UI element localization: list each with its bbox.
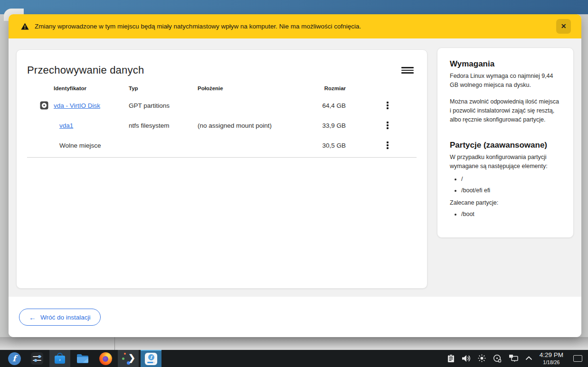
firefox-button[interactable] bbox=[95, 350, 116, 367]
partition-location: (no assigned mount point) bbox=[198, 122, 302, 129]
list-item: /boot/efi efi bbox=[461, 187, 561, 194]
volume-icon[interactable] bbox=[462, 355, 471, 362]
shopping-bag-icon: › bbox=[55, 353, 65, 364]
anaconda-installer-button[interactable]: f bbox=[141, 350, 161, 367]
fedora-menu-button[interactable]: f bbox=[4, 350, 25, 367]
table-row: Wolne miejsce 30,5 GB bbox=[17, 135, 427, 155]
free-space-label: Wolne miejsce bbox=[54, 142, 129, 149]
desktop-strip bbox=[0, 337, 588, 350]
warning-banner: Zmiany wprowadzone w tym miejscu będą mi… bbox=[9, 14, 581, 38]
col-location: Położenie bbox=[198, 85, 302, 91]
installer-header-strip bbox=[0, 0, 588, 14]
clipboard-icon[interactable] bbox=[447, 354, 455, 363]
storage-editor-dialog: Zmiany wprowadzone w tym miejscu będą mi… bbox=[9, 14, 581, 337]
display-layout-icon[interactable] bbox=[509, 354, 518, 362]
hard-disk-icon bbox=[39, 101, 49, 110]
disk-type: GPT partitions bbox=[129, 102, 198, 109]
col-size: Rozmiar bbox=[302, 85, 346, 91]
disk-link[interactable]: vda - VirtIO Disk bbox=[54, 102, 129, 109]
arrow-left-icon: ← bbox=[29, 314, 36, 321]
partition-type: ntfs filesystem bbox=[129, 122, 198, 129]
partition-size: 33,9 GB bbox=[302, 122, 346, 129]
file-manager-button[interactable] bbox=[72, 350, 93, 367]
disk-size: 64,4 GB bbox=[302, 102, 346, 109]
banner-close-button[interactable]: ✕ bbox=[556, 19, 571, 34]
partitions-intro: W przypadku konfigurowania partycji wyma… bbox=[450, 153, 561, 171]
page-title: Przechowywanie danych bbox=[27, 64, 144, 76]
row-kebab-menu[interactable] bbox=[382, 99, 393, 112]
chevron-up-icon[interactable] bbox=[525, 356, 532, 360]
required-partitions-list: / /boot/efi efi bbox=[461, 176, 561, 194]
storage-card: Przechowywanie danych Identyfikator Typ … bbox=[16, 49, 427, 289]
clock-date: 1/18/26 bbox=[543, 359, 560, 365]
dialog-body: Przechowywanie danych Identyfikator Typ … bbox=[9, 38, 581, 297]
return-to-installation-button[interactable]: ← Wróć do instalacji bbox=[19, 309, 101, 326]
background-window-edge bbox=[114, 337, 115, 350]
list-item: / bbox=[461, 176, 561, 182]
col-identifier: Identyfikator bbox=[54, 85, 129, 91]
installer-helper-button[interactable]: ❯ bbox=[118, 350, 139, 367]
requirements-card: Wymagania Fedora Linux wymaga co najmnie… bbox=[437, 47, 574, 238]
table-row: vda - VirtIO Disk GPT partitions 64,4 GB bbox=[17, 95, 427, 115]
software-store-button[interactable]: › bbox=[49, 350, 70, 367]
dialog-footer: ← Wróć do instalacji bbox=[9, 297, 581, 337]
folder-icon bbox=[76, 354, 89, 363]
recommended-label: Zalecane partycje: bbox=[450, 199, 561, 206]
row-kebab-menu[interactable] bbox=[382, 139, 393, 151]
firefox-icon bbox=[99, 352, 112, 365]
taskbar-apps: f › ❯ bbox=[4, 350, 161, 367]
requirements-title: Wymagania bbox=[450, 59, 561, 69]
free-space-size: 30,5 GB bbox=[302, 142, 346, 149]
close-icon: ✕ bbox=[561, 22, 567, 30]
dots-chevron-icon: ❯ bbox=[121, 352, 135, 365]
installer-icon: f bbox=[145, 353, 157, 365]
recommended-partitions-list: /boot bbox=[461, 211, 561, 217]
system-settings-button[interactable] bbox=[27, 350, 47, 367]
disc-icon[interactable] bbox=[493, 354, 502, 363]
clock-time: 4:29 PM bbox=[540, 351, 563, 358]
table-row: vda1 ntfs filesystem (no assigned mount … bbox=[17, 115, 427, 135]
partitions-title: Partycje (zaawansowane) bbox=[450, 141, 561, 150]
taskbar: f › ❯ bbox=[0, 350, 588, 367]
system-tray: 4:29 PM 1/18/26 bbox=[447, 351, 582, 366]
return-button-label: Wróć do instalacji bbox=[40, 314, 91, 321]
row-kebab-menu[interactable] bbox=[382, 119, 393, 132]
warning-icon bbox=[21, 23, 29, 30]
sliders-icon bbox=[31, 352, 43, 365]
show-desktop-button[interactable] bbox=[573, 355, 582, 362]
requirements-text-2: Można zwolnić odpowiednią ilość miejsca … bbox=[450, 97, 561, 124]
requirements-text-1: Fedora Linux wymaga co najmniej 9,44 GB … bbox=[450, 72, 561, 90]
card-menu-button[interactable] bbox=[401, 65, 414, 75]
col-type: Typ bbox=[129, 85, 198, 91]
warning-text: Zmiany wprowadzone w tym miejscu będą mi… bbox=[35, 23, 361, 30]
table-divider bbox=[27, 157, 417, 158]
list-item: /boot bbox=[461, 211, 561, 217]
clock[interactable]: 4:29 PM 1/18/26 bbox=[540, 351, 563, 366]
fedora-logo-icon: f bbox=[8, 352, 21, 365]
brightness-icon[interactable] bbox=[478, 354, 486, 362]
partition-link[interactable]: vda1 bbox=[54, 122, 129, 129]
table-header-row: Identyfikator Typ Położenie Rozmiar bbox=[17, 81, 427, 95]
